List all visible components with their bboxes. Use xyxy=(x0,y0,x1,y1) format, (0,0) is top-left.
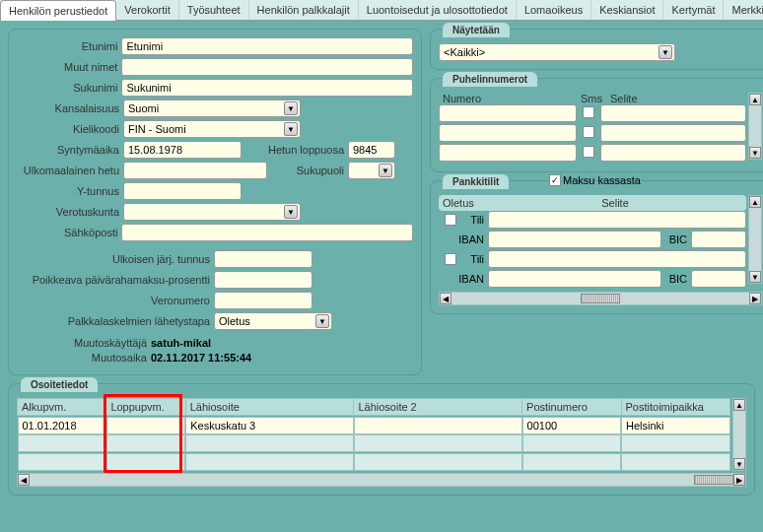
label-sukupuoli: Sukupuoli xyxy=(267,165,348,176)
label-ulkomhetu: Ulkomaalainen hetu xyxy=(17,165,123,176)
chevron-down-icon[interactable]: ▼ xyxy=(315,314,329,328)
label-kansalaisuus: Kansalaisuus xyxy=(17,102,123,114)
chevron-down-icon[interactable]: ▼ xyxy=(284,101,298,115)
addr-loppu[interactable] xyxy=(106,434,185,452)
addr-loppu[interactable] xyxy=(106,453,185,471)
label-kielikoodi: Kielikoodi xyxy=(17,123,123,135)
field-hetun-loppuosa[interactable] xyxy=(348,141,395,159)
addr-lahi2[interactable] xyxy=(354,434,522,452)
field-etunimi[interactable] xyxy=(121,37,413,55)
label-poikkeava: Poikkeava päivärahamaksu-prosentti xyxy=(17,274,214,286)
osoite-title: Osoitetiedot xyxy=(21,377,98,392)
scrollbar-vertical[interactable]: ▲▼ xyxy=(748,93,762,160)
tab-luontoisedut-ja-ulosottotiedot[interactable]: Luontoisedut ja ulosottotiedot xyxy=(359,0,517,20)
addr-alku[interactable] xyxy=(18,434,106,452)
scrollbar-vertical[interactable]: ▲▼ xyxy=(732,398,746,471)
checkbox-maksu-kassasta[interactable]: ✓ xyxy=(549,174,561,186)
field-ulkom-hetu[interactable] xyxy=(123,162,267,179)
field-poikkeava[interactable] xyxy=(214,271,312,289)
addr-lahi[interactable] xyxy=(185,453,354,471)
bank-bic[interactable] xyxy=(691,270,746,288)
col-selite: Selite xyxy=(610,93,742,104)
addr-posti[interactable] xyxy=(522,434,621,452)
combo-kansalaisuus[interactable]: Suomi▼ xyxy=(123,100,301,117)
pankki-title: Pankkitilit xyxy=(443,174,509,189)
label-iban: IBAN xyxy=(439,233,488,245)
addr-kaupunki[interactable] xyxy=(621,453,729,471)
chevron-down-icon[interactable]: ▼ xyxy=(379,164,392,177)
phone-sms-checkbox[interactable] xyxy=(583,146,594,158)
tab-henkil-n-palkkalajit[interactable]: Henkilön palkkalajit xyxy=(249,0,359,20)
field-sukunimi[interactable] xyxy=(121,79,413,97)
tab-ty-suhteet[interactable]: Työsuhteet xyxy=(179,0,249,20)
scrollbar-horizontal[interactable]: ◀▶ xyxy=(439,292,762,305)
label-bic: BIC xyxy=(661,273,691,285)
label-ulktunnus: Ulkoisen järj. tunnus xyxy=(17,253,214,265)
label-syntyma: Syntymäaika xyxy=(17,144,123,156)
bank-oletus-checkbox[interactable] xyxy=(445,214,456,226)
field-sahkoposti[interactable] xyxy=(121,224,413,241)
field-ulktunnus[interactable] xyxy=(214,250,312,268)
col-loppu: Loppupvm. xyxy=(106,399,185,416)
phone-sms-checkbox[interactable] xyxy=(583,126,594,138)
phone-numero[interactable] xyxy=(439,124,577,142)
phone-numero[interactable] xyxy=(439,144,577,162)
addr-lahi2[interactable] xyxy=(354,453,522,471)
phone-selite[interactable] xyxy=(600,124,746,142)
tab-verokortit[interactable]: Verokortit xyxy=(116,0,178,20)
tab-merkkip-iv-t[interactable]: Merkkipäivät xyxy=(724,0,763,20)
puhelin-title: Puhelinnumerot xyxy=(443,72,537,87)
addr-lahi2[interactable] xyxy=(354,417,522,434)
phone-sms-checkbox[interactable] xyxy=(583,106,594,118)
addr-kaupunki[interactable]: Helsinki xyxy=(621,417,729,434)
scrollbar-horizontal[interactable]: ◀▶ xyxy=(17,473,746,487)
label-lahetystapa: Palkkalaskelmien lähetystapa xyxy=(17,315,214,327)
col-oletus: Oletus xyxy=(443,197,488,209)
combo-kielikoodi[interactable]: FIN - Suomi▼ xyxy=(123,120,301,138)
bank-bic[interactable] xyxy=(691,231,746,248)
bank-oletus-checkbox[interactable] xyxy=(445,253,456,265)
label-bic: BIC xyxy=(661,233,691,245)
label-hetunloppu: Hetun loppuosa xyxy=(242,144,348,156)
chevron-down-icon[interactable]: ▼ xyxy=(659,45,672,59)
addr-kaupunki[interactable] xyxy=(621,434,729,452)
col-selite: Selite xyxy=(488,197,742,209)
field-ytunnus[interactable] xyxy=(123,182,242,200)
tab-kertym-t[interactable]: Kertymät xyxy=(663,0,724,20)
chevron-down-icon[interactable]: ▼ xyxy=(284,122,298,136)
col-lahi: Lähiosoite xyxy=(185,399,354,416)
combo-naytetaan[interactable]: <Kaikki>▼ xyxy=(439,43,675,61)
scrollbar-vertical[interactable]: ▲▼ xyxy=(748,195,762,284)
tab-henkil-n-perustiedot[interactable]: Henkilön perustiedot xyxy=(0,0,116,21)
field-syntymaaika[interactable] xyxy=(123,141,242,159)
chevron-down-icon[interactable]: ▼ xyxy=(284,205,298,219)
phone-selite[interactable] xyxy=(600,144,746,162)
label-etunimi: Etunimi xyxy=(17,40,121,52)
field-muut-nimet[interactable] xyxy=(121,58,413,76)
label-maksu-kassasta: Maksu kassasta xyxy=(563,174,641,186)
tab-lomaoikeus[interactable]: Lomaoikeus xyxy=(517,0,591,20)
label-tili: Tili xyxy=(462,253,488,265)
bank-tili[interactable] xyxy=(488,250,746,268)
bank-iban[interactable] xyxy=(488,231,661,248)
naytetaan-title: Näytetään xyxy=(443,23,510,37)
bank-iban[interactable] xyxy=(488,270,661,288)
addr-posti[interactable] xyxy=(522,453,621,471)
addr-lahi[interactable] xyxy=(185,434,354,452)
phone-numero[interactable] xyxy=(439,104,577,122)
label-ytunnus: Y-tunnus xyxy=(17,185,123,197)
combo-verotuskunta[interactable]: ▼ xyxy=(123,203,301,221)
addr-lahi[interactable]: Keskuskatu 3 xyxy=(185,417,354,434)
combo-lahetystapa[interactable]: Oletus▼ xyxy=(214,312,332,330)
addr-loppu[interactable] xyxy=(106,417,185,434)
phone-selite[interactable] xyxy=(600,104,746,122)
combo-sukupuoli[interactable]: ▼ xyxy=(348,162,395,179)
tab-keskiansiot[interactable]: Keskiansiot xyxy=(591,0,663,20)
addr-alku[interactable] xyxy=(18,453,106,471)
label-sukunimi: Sukunimi xyxy=(17,82,121,94)
bank-tili[interactable] xyxy=(488,211,746,229)
addr-alku[interactable]: 01.01.2018 xyxy=(18,417,106,434)
field-veronumero[interactable] xyxy=(214,292,312,309)
addr-posti[interactable]: 00100 xyxy=(522,417,621,434)
label-veronumero: Veronumero xyxy=(17,295,214,306)
